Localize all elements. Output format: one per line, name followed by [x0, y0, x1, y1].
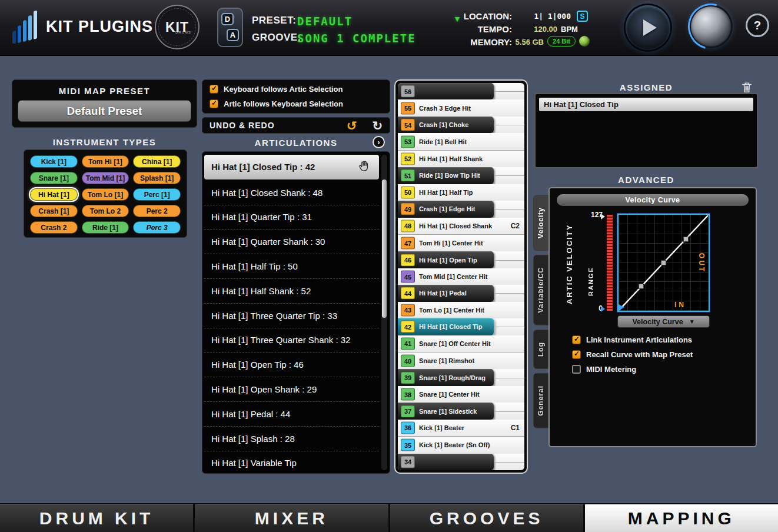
articulation-item[interactable]: Hi Hat [1] Splash : 28	[204, 427, 379, 451]
piano-key-56[interactable]: 56	[398, 83, 524, 99]
articulation-item[interactable]: Hi Hat [1] Quarter Tip : 31	[204, 205, 379, 230]
piano-key-52[interactable]: Hi Hat [1] Half Shank52	[398, 151, 524, 167]
curve-handle-mid	[661, 261, 666, 265]
trash-icon[interactable]	[740, 81, 753, 94]
articulation-item[interactable]: Hi Hat [1] Closed Shank : 48	[204, 181, 379, 205]
articulation-item[interactable]: Hi Hat [1] Pedal : 44	[204, 402, 379, 427]
tempo-unit: BPM	[561, 25, 578, 34]
advanced-tab-variable-cc[interactable]: Variable/CC	[533, 255, 548, 325]
instrument-button-tom-hi-1[interactable]: Tom Hi [1]	[82, 155, 129, 168]
articulations-title: ARTICULATIONS	[202, 138, 390, 148]
piano-key-44[interactable]: Hi Hat [1] Pedal44	[398, 285, 524, 301]
velocity-range-slider[interactable]	[606, 214, 613, 311]
piano-key-34[interactable]: 34	[398, 454, 524, 470]
preset-value[interactable]: DEFAULT	[297, 15, 353, 28]
piano-key-39[interactable]: Snare [1] Rough/Drag39	[398, 369, 524, 385]
piano-key-47[interactable]: Tom Hi [1] Center Hit47	[398, 235, 524, 251]
checkbox-link-instrument-articulations[interactable]	[572, 335, 581, 344]
dropdown-caret-icon: ▼	[689, 318, 695, 325]
articulation-label: Hi Hat [1] Splash : 28	[211, 434, 295, 444]
piano-key-36[interactable]: Kick [1] Beater36C1	[398, 420, 524, 437]
assigned-item[interactable]: Hi Hat [1] Closed Tip	[539, 98, 753, 111]
assigned-list: Hi Hat [1] Closed Tip	[534, 93, 758, 168]
piano-key-55[interactable]: Crash 3 Edge Hit55	[398, 99, 524, 116]
articulation-item[interactable]: Hi Hat [1] Closed Tip : 42	[204, 155, 379, 179]
advanced-option-link-instrument-articulations[interactable]: Link Instrument Articulations	[572, 335, 693, 344]
checkbox-recall-curve-with-map-preset[interactable]	[572, 350, 581, 359]
undo-icon[interactable]: ↺	[347, 119, 357, 132]
articulation-item[interactable]: Hi Hat [1] Quarter Shank : 30	[204, 230, 379, 254]
advanced-tab-log[interactable]: Log	[533, 330, 548, 369]
instrument-button-kick-1[interactable]: Kick [1]	[30, 155, 78, 168]
groove-value[interactable]: SONG 1 COMPLETE	[297, 32, 416, 45]
instrument-button-tom-lo-1[interactable]: Tom Lo [1]	[82, 188, 129, 201]
instrument-button-tom-mid-1[interactable]: Tom Mid [1]	[82, 172, 129, 184]
piano-key-53[interactable]: Ride [1] Bell Hit53	[398, 133, 524, 150]
sync-badge[interactable]: S	[577, 11, 588, 22]
instrument-button-snare-1[interactable]: Snare [1]	[30, 172, 78, 184]
instrument-button-perc-2[interactable]: Perc 2	[133, 205, 181, 217]
piano-key-43[interactable]: Tom Lo [1] Center Hit43	[398, 302, 524, 318]
nav-tab-mapping[interactable]: MAPPING	[585, 504, 778, 532]
nav-tab-mixer[interactable]: MIXER	[195, 504, 388, 532]
articulation-item[interactable]: Hi Hat [1] Half Shank : 52	[204, 279, 379, 304]
articulations-expand-icon[interactable]: ›	[373, 136, 385, 148]
articulation-scrollbar[interactable]	[381, 155, 387, 470]
piano-key-50[interactable]: Hi Hat [1] Half Tip50	[398, 184, 524, 201]
instrument-button-crash-1[interactable]: Crash [1]	[30, 205, 78, 217]
advanced-tab-velocity[interactable]: Velocity	[533, 195, 548, 251]
articulation-item[interactable]: Hi Hat [1] Open Shank : 29	[204, 377, 379, 402]
instrument-button-china-1[interactable]: China [1]	[133, 155, 181, 168]
checkbox-midi-metering[interactable]	[572, 365, 581, 374]
piano-key-35[interactable]: Kick [1] Beater (Sn Off)35	[398, 437, 524, 453]
piano-key-38[interactable]: Snare [1] Center Hit38	[398, 386, 524, 403]
velocity-curve-dropdown[interactable]: Velocity Curve ▼	[617, 315, 710, 328]
velocity-curve-graph[interactable]: OUT IN	[617, 214, 710, 312]
instrument-button-tom-lo-2[interactable]: Tom Lo 2	[82, 205, 129, 217]
piano-key-40[interactable]: Snare [1] Rimshot40	[398, 353, 524, 369]
instrument-button-crash-2[interactable]: Crash 2	[30, 221, 78, 234]
piano-key-54[interactable]: Crash [1] Choke54	[398, 117, 524, 133]
advanced-title: ADVANCED	[534, 175, 758, 185]
articulation-item[interactable]: Hi Hat [1] Three Quarter Tip : 33	[204, 304, 379, 328]
key-label: Hi Hat [1] Half Shank	[419, 155, 483, 162]
out-label: OUT	[697, 252, 706, 272]
piano-key-45[interactable]: Tom Mid [1] Center Hit45	[398, 268, 524, 285]
curve-handle-low	[639, 284, 644, 289]
redo-icon[interactable]: ↻	[372, 119, 383, 132]
option-keyboard-follows-artic-selection[interactable]: Keyboard follows Artic Selection	[210, 85, 383, 94]
play-button[interactable]	[626, 5, 670, 50]
articulation-item[interactable]: Hi Hat [1] Open Tip : 46	[204, 353, 379, 377]
instrument-button-ride-1[interactable]: Ride [1]	[82, 221, 129, 234]
articulation-item[interactable]: Hi Hat [1] Variable Tip	[204, 451, 379, 474]
instrument-button-perc-1[interactable]: Perc [1]	[133, 188, 181, 201]
key-number-badge: 40	[401, 355, 415, 367]
piano-key-37[interactable]: Snare [1] Sidestick37	[398, 403, 524, 419]
advanced-option-midi-metering[interactable]: MIDI Metering	[572, 365, 693, 374]
nav-tab-grooves[interactable]: GROOVES	[390, 504, 583, 532]
da-mode-badge[interactable]: D A	[217, 8, 243, 47]
advanced-tab-general[interactable]: General	[533, 373, 548, 428]
volume-knob[interactable]	[691, 6, 731, 46]
piano-key-51[interactable]: Ride [1] Bow Tip Hit51	[398, 167, 524, 184]
piano-key-46[interactable]: Hi Hat [1] Open Tip46	[398, 251, 524, 268]
instrument-button-hi-hat-1[interactable]: Hi Hat [1]	[30, 188, 78, 201]
instrument-button-perc-3[interactable]: Perc 3	[133, 221, 181, 234]
piano-key-41[interactable]: Snare [1] Off Center Hit41	[398, 335, 524, 353]
help-button[interactable]: ?	[746, 14, 769, 37]
nav-tab-drum-kit[interactable]: DRUM KIT	[0, 504, 193, 532]
scrollbar-thumb[interactable]	[382, 179, 387, 318]
option-artic-follows-keyboard-selection[interactable]: Artic follows Keyboard Selection	[210, 99, 383, 108]
piano-key-48[interactable]: Hi Hat [1] Closed Shank48C2	[398, 218, 524, 235]
undo-redo-title: UNDO & REDO	[210, 121, 347, 130]
articulation-item[interactable]: Hi Hat [1] Half Tip : 50	[204, 254, 379, 279]
default-preset-button[interactable]: Default Preset	[18, 100, 191, 122]
articulation-item[interactable]: Hi Hat [1] Three Quarter Shank : 32	[204, 328, 379, 353]
advanced-option-recall-curve-with-map-preset[interactable]: Recall Curve with Map Preset	[572, 350, 693, 359]
piano-key-49[interactable]: Crash [1] Edge Hit49	[398, 201, 524, 217]
piano-key-42[interactable]: Hi Hat [1] Closed Tip42	[398, 318, 524, 335]
instrument-button-splash-1[interactable]: Splash [1]	[133, 172, 181, 184]
checkbox-keyboard-follows-artic-selection[interactable]	[210, 85, 218, 94]
checkbox-artic-follows-keyboard-selection[interactable]	[210, 99, 218, 108]
tempo-value[interactable]: 120.00	[513, 25, 557, 34]
